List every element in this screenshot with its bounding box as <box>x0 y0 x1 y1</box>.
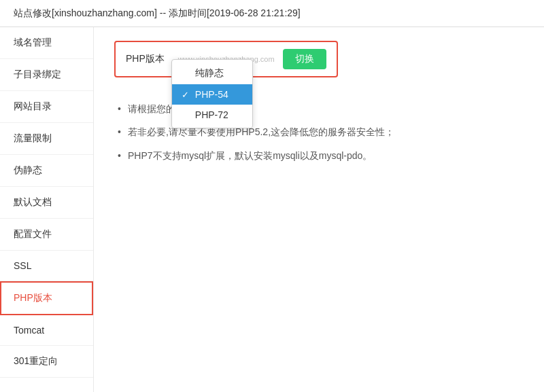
sidebar-item-redirect[interactable]: 301重定向 <box>0 346 93 378</box>
sidebar: 域名管理 子目录绑定 网站目录 流量限制 伪静态 默认文档 配置文件 SSL P… <box>0 27 94 392</box>
sidebar-item-php-version[interactable]: PHP版本 <box>0 281 93 315</box>
php-version-label: PHP版本 <box>126 53 165 65</box>
sidebar-item-config[interactable]: 配置文件 <box>0 219 93 251</box>
tip-item-3: PHP7不支持mysql扩展，默认安装mysqli以及mysql-pdo。 <box>114 148 524 163</box>
main-content: PHP版本 纯静态 ✓ PHP-54 PHP-72 <box>94 27 544 392</box>
dropdown-option-php72[interactable]: PHP-72 <box>172 105 252 125</box>
switch-button[interactable]: 切换 <box>283 49 326 69</box>
check-icon-pure-static <box>182 69 192 79</box>
sidebar-item-traffic[interactable]: 流量限制 <box>0 123 93 155</box>
sidebar-item-default-doc[interactable]: 默认文档 <box>0 187 93 219</box>
sidebar-item-domain[interactable]: 域名管理 <box>0 27 93 59</box>
check-icon-php72 <box>182 110 192 120</box>
php-dropdown-list: 纯静态 ✓ PHP-54 PHP-72 <box>171 59 253 128</box>
sidebar-item-subdir[interactable]: 子目录绑定 <box>0 59 93 91</box>
php-version-section: PHP版本 纯静态 ✓ PHP-54 PHP-72 <box>114 41 338 77</box>
dropdown-option-php54[interactable]: ✓ PHP-54 <box>172 84 252 105</box>
sidebar-item-webdir[interactable]: 网站目录 <box>0 91 93 123</box>
sidebar-item-rewrite[interactable]: 伪静态 <box>0 155 93 187</box>
page-title: 站点修改[xinshouzhanzhang.com] -- 添加时间[2019-… <box>14 7 301 20</box>
sidebar-item-tomcat[interactable]: Tomcat <box>0 315 93 346</box>
dropdown-option-pure-static[interactable]: 纯静态 <box>172 63 252 84</box>
sidebar-item-ssl[interactable]: SSL <box>0 251 93 281</box>
check-icon-php54: ✓ <box>182 90 192 100</box>
